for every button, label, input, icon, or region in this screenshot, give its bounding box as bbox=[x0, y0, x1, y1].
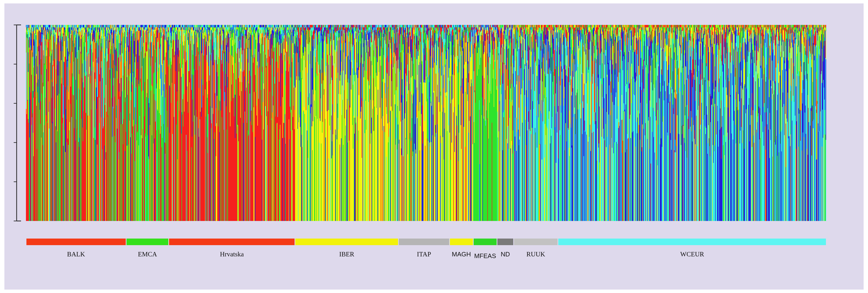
admixture-bar-plot bbox=[26, 25, 827, 221]
y-axis-bracket bbox=[0, 0, 29, 293]
screen: BALKEMCAHrvatskaIBERITAPMAGHMFEASNDRUUKW… bbox=[0, 0, 868, 293]
